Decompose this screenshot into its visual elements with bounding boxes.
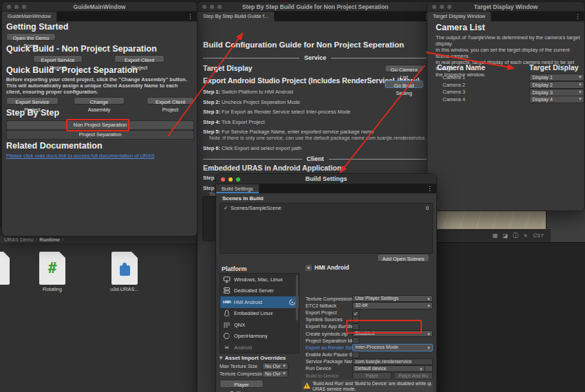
setting-textfield[interactable]: com.tuanjie.renderservice <box>352 358 433 366</box>
change-assembly-description: Before exporting your client project, cl… <box>6 76 193 95</box>
platform-item[interactable]: Dedicated Server <box>220 285 299 297</box>
zoom-button[interactable] <box>236 177 240 182</box>
platform-item[interactable]: QNX <box>220 319 299 331</box>
zoom-button[interactable] <box>217 5 222 9</box>
setting-label: Service Package Name <box>306 358 352 364</box>
target-display-dropdown[interactable]: Display 4▼ <box>529 96 584 103</box>
platform-item[interactable]: Embedded Linux <box>220 308 299 320</box>
puzzle-glyph <box>120 265 130 276</box>
export-service-project-button[interactable]: Export Service Project <box>33 55 83 63</box>
star-icon[interactable]: ★ <box>523 232 528 239</box>
kebab-menu-icon[interactable]: ⋮ <box>575 12 581 21</box>
close-button[interactable] <box>221 177 225 182</box>
player-settings-button[interactable]: Player Settings... <box>220 380 264 388</box>
setting-checkbox[interactable] <box>352 351 359 358</box>
project-separation-button[interactable]: Project Separation <box>6 130 194 140</box>
step-text: For Service Package Name, enter exported… <box>220 129 374 135</box>
setting-checkbox[interactable] <box>352 337 359 344</box>
go-build-setting-button[interactable]: Go Build Setting <box>385 80 423 88</box>
grid-icon[interactable]: ▦ <box>493 232 498 239</box>
camera-list-heading: Camera List <box>436 23 485 32</box>
change-assembly-button[interactable]: Change Assembly <box>74 97 125 105</box>
window-title: GuideMainWindow <box>74 3 126 10</box>
platform-settings: Texture CompressionUse Player Settings▼E… <box>306 295 433 379</box>
patch-button[interactable]: Patch And Ru <box>394 372 433 380</box>
platform-item[interactable]: Windows, Mac, Linux <box>220 274 299 285</box>
setting-checkbox[interactable] <box>352 323 359 330</box>
override-row: Max Texture SizeNo Ovr▼ <box>220 362 295 370</box>
platform-item[interactable]: OpenHarmony <box>220 331 299 342</box>
breadcrumb-root[interactable]: URAS Demo <box>4 237 34 243</box>
export-service-project-button[interactable]: Export Service Project <box>6 97 58 105</box>
kebab-menu-icon[interactable]: ⋮ <box>427 184 433 193</box>
export-client-project-button[interactable]: Export Client Project <box>147 97 194 105</box>
go-camera-list-button[interactable]: Go Camera List <box>385 65 423 72</box>
window-controls[interactable] <box>221 177 240 182</box>
export-client-project-button[interactable]: Export Client Project <box>114 55 164 63</box>
target-display-dropdown[interactable]: Display 3▼ <box>529 89 584 96</box>
tab-target-display[interactable]: Target Display Window <box>427 12 491 21</box>
window-titlebar[interactable]: Target Display Window <box>427 2 584 12</box>
tab-build-guide[interactable]: Step By Step Build Guide f... <box>198 12 275 21</box>
settings-row: Texture CompressionUse Player Settings▼ <box>306 295 433 302</box>
setting-dropdown[interactable]: Use Player Settings▼ <box>352 295 433 303</box>
asset-tile[interactable]: #Rotating <box>32 252 72 292</box>
page-title: Build Configuration Guide for Non Projec… <box>203 41 404 49</box>
window-titlebar[interactable]: Build Settings <box>216 174 436 184</box>
asset-tile-partial[interactable] <box>0 252 17 285</box>
open-demo-scene-button[interactable]: Open the Demo Scene <box>6 33 56 41</box>
platform-item[interactable]: HMIHMI Android <box>220 296 299 308</box>
non-project-separation-button[interactable]: Non Project Separation <box>6 120 194 130</box>
window-controls[interactable] <box>7 5 26 9</box>
minimize-button[interactable] <box>14 5 19 9</box>
asset-tile[interactable]: u3d.URAS... <box>105 252 145 292</box>
platform-scrollbar[interactable] <box>296 275 298 320</box>
override-dropdown[interactable]: No Ovr▼ <box>262 370 288 378</box>
add-open-scenes-button[interactable]: Add Open Scenes <box>377 254 429 262</box>
minimize-button[interactable] <box>228 177 233 182</box>
quick-build-sep-heading: Quick Build - Project Separation <box>6 65 138 75</box>
setting-label: Run Device <box>306 365 352 371</box>
window-controls[interactable] <box>432 5 451 9</box>
target-display-dropdown[interactable]: Display 2▼ <box>529 81 584 89</box>
tab-guide-main[interactable]: GuideMainWindow <box>2 12 57 21</box>
target-display-window: Target Display Window Target Display Win… <box>427 1 585 211</box>
override-dropdown[interactable]: No Ovr▼ <box>262 362 288 370</box>
setting-label: Symlink Sources <box>306 316 352 323</box>
embedded-linux-icon <box>223 309 231 317</box>
step-by-step-heading: Step By Step <box>6 108 59 118</box>
scene-list-item[interactable]: ✓Scenes/SampleScene0 <box>220 204 432 212</box>
window-titlebar[interactable]: GuideMainWindow <box>2 2 197 12</box>
dropdown-value: Display 2 <box>532 82 553 88</box>
target-display-dropdown[interactable]: Display 1▼ <box>529 74 584 81</box>
tab-build-settings[interactable]: Build Settings <box>216 184 259 193</box>
info-icon[interactable]: ⓘ <box>513 232 518 239</box>
minimize-button[interactable] <box>210 5 214 9</box>
device-refresh-button[interactable] <box>425 365 433 373</box>
kebab-menu-icon[interactable]: ⋮ <box>187 12 193 21</box>
step-label: Step 3: <box>203 109 220 115</box>
foldout-arrow-icon[interactable]: ▼ <box>218 355 225 361</box>
close-button[interactable] <box>202 5 206 9</box>
zoom-button[interactable] <box>447 5 451 9</box>
patch-button[interactable]: Patch <box>352 372 392 380</box>
close-button[interactable] <box>432 5 436 9</box>
platform-item[interactable]: Android <box>220 342 299 353</box>
uras-docs-link[interactable]: Please click uras docs link to access fu… <box>6 153 155 159</box>
text-value: com.tuanjie.renderservice <box>355 358 412 364</box>
setting-dropdown[interactable]: Default device▼ <box>352 365 425 373</box>
camera-row: Camera 4Display 4▼ <box>427 96 584 103</box>
csharp-script-icon: # <box>39 252 65 285</box>
window-controls[interactable] <box>202 5 222 9</box>
breadcrumb[interactable]: URAS Demo›Runtime› <box>0 236 198 244</box>
eye-count[interactable]: ∅17 <box>533 232 544 239</box>
window-titlebar[interactable]: Step By Step Build Guide for Non Project… <box>198 2 433 12</box>
platform-label: OpenHarmony <box>234 333 268 339</box>
breadcrumb-current[interactable]: Runtime <box>39 237 60 243</box>
zoom-button[interactable] <box>22 5 26 9</box>
close-button[interactable] <box>7 5 11 9</box>
setting-control: Use Player Settings▼ <box>352 295 433 303</box>
guide-step: Step 5: For Service Package Name, enter … <box>203 129 427 141</box>
minimize-button[interactable] <box>440 5 444 9</box>
tag-icon[interactable]: ◪ <box>502 232 508 239</box>
